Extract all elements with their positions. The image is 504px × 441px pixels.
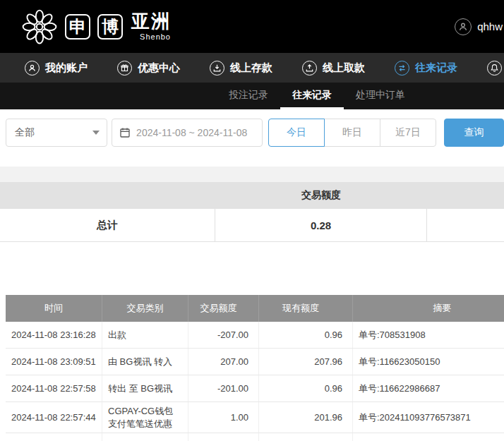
summary-header-row: 交易额度: [0, 182, 504, 209]
summary-empty-cell: [427, 209, 504, 241]
table-row: 2024-11-08 22:57:58转出 至 BG视讯-201.000.96单…: [6, 375, 504, 402]
table-cell: 2024-11-08 22:57:44: [6, 433, 102, 441]
nav-label: 我的账户: [45, 61, 88, 75]
last-7-days-button[interactable]: 近7日: [380, 119, 436, 147]
table-cell: -207.00: [188, 322, 259, 348]
table-cell: 出款: [102, 322, 188, 348]
table-cell: 2024-11-08 22:57:44: [6, 402, 102, 433]
user-avatar-icon: [455, 18, 472, 35]
gift-icon: [117, 61, 132, 75]
date-range-text: 2024-11-08 ~ 2024-11-08: [136, 127, 247, 138]
table-row: 2024-11-08 22:57:44CGPAY-CG钱包支付笔笔送优惠1.00…: [6, 402, 504, 433]
search-button[interactable]: 查询: [444, 119, 504, 147]
table-row: 2024-11-08 23:16:28出款-207.000.96单号:70853…: [6, 322, 504, 349]
table-cell: 2024-11-08 22:57:58: [6, 375, 102, 401]
nav-item-transaction-records[interactable]: 往来记录: [380, 53, 472, 83]
table-cell: 200.00: [188, 433, 259, 441]
brand-logo[interactable]: 申 博 亚洲 Shenbo: [21, 8, 171, 45]
table-row: 2024-11-08 22:57:44CGPAY支付200.00200.96单号…: [6, 433, 504, 441]
withdraw-icon: [302, 61, 317, 75]
user-account-area[interactable]: qhhw: [455, 0, 504, 53]
nav-label: 线上取款: [323, 61, 365, 75]
today-button[interactable]: 今日: [268, 119, 325, 147]
table-cell: 2024-11-08 23:09:51: [6, 349, 102, 375]
table-cell: CGPAY支付: [102, 433, 188, 441]
table-cell: 207.96: [259, 349, 353, 375]
nav-label: 线上存款: [230, 61, 272, 75]
table-cell: 单号:116622986687: [353, 375, 504, 401]
records-table-header: 时间 交易类别 交易额度 现有额度 摘要: [6, 295, 504, 322]
username-text: qhhw: [477, 20, 503, 32]
summary-total-value: 0.28: [215, 209, 427, 241]
records-table: 时间 交易类别 交易额度 现有额度 摘要 2024-11-08 23:16:28…: [6, 295, 504, 441]
nav-label: 往来记录: [415, 61, 457, 75]
nav-item-my-account[interactable]: 我的账户: [10, 53, 102, 83]
table-cell: 200.96: [259, 433, 353, 441]
brand-subtitle: Shenbo: [140, 32, 171, 41]
summary-total-row: 总计 0.28: [0, 209, 504, 242]
brand-region-text: 亚洲: [131, 12, 171, 30]
date-range-picker[interactable]: 2024-11-08 ~ 2024-11-08: [112, 119, 263, 147]
nav-item-withdraw[interactable]: 线上取款: [287, 53, 380, 83]
table-cell: CGPAY-CG钱包支付笔笔送优惠: [102, 402, 188, 433]
deposit-icon: [210, 61, 224, 75]
column-header-summary: 摘要: [353, 295, 504, 322]
tab-betting-records[interactable]: 投注记录: [217, 83, 280, 109]
table-cell: 单号:708531908: [353, 322, 504, 348]
table-cell: 201.96: [259, 402, 353, 433]
main-navigation: 我的账户 优惠中心 线上存款 线上取款: [0, 53, 504, 83]
bell-icon: [487, 61, 502, 75]
nav-item-messages[interactable]: 信: [472, 53, 504, 83]
table-cell: 由 BG视讯 转入: [102, 349, 188, 375]
column-header-type: 交易类别: [102, 295, 188, 322]
flower-logo-icon: [21, 8, 58, 45]
summary-table: 交易额度 总计 0.28: [0, 182, 504, 242]
summary-header-label: 交易额度: [215, 189, 427, 202]
table-cell: 207.00: [188, 349, 259, 375]
table-cell: 单号:202411093776573871: [353, 433, 504, 441]
chevron-down-icon: [92, 131, 100, 135]
summary-total-label: 总计: [0, 209, 215, 241]
column-header-amount: 交易额度: [188, 295, 259, 322]
column-header-time: 时间: [6, 295, 102, 322]
table-cell: 1.00: [188, 402, 259, 433]
tab-transaction-records[interactable]: 往来记录: [280, 83, 344, 109]
nav-item-promotions[interactable]: 优惠中心: [102, 53, 195, 83]
category-select-value: 全部: [15, 126, 35, 139]
section-divider: [0, 167, 504, 182]
table-cell: 0.96: [259, 375, 353, 401]
table-cell: 转出 至 BG视讯: [102, 375, 188, 401]
brand-region-block: 亚洲 Shenbo: [131, 12, 171, 41]
calendar-icon: [119, 127, 131, 138]
table-cell: 2024-11-08 23:16:28: [6, 322, 102, 348]
brand-char-box-1: 申: [65, 14, 90, 40]
quick-date-buttons: 今日 昨日 近7日: [268, 119, 436, 147]
table-cell: 单号:202411093776573871: [353, 402, 504, 433]
records-icon: [395, 61, 409, 75]
nav-item-deposit[interactable]: 线上存款: [195, 53, 287, 83]
column-header-balance: 现有额度: [259, 295, 353, 322]
nav-label: 优惠中心: [138, 61, 180, 75]
filter-bar: 全部 2024-11-08 ~ 2024-11-08 今日 昨日 近7日 查询: [0, 109, 504, 156]
table-cell: 0.96: [259, 322, 353, 348]
top-header: 申 博 亚洲 Shenbo qhhw: [0, 0, 504, 53]
tab-processing-orders[interactable]: 处理中订单: [344, 83, 417, 109]
table-row: 2024-11-08 23:09:51由 BG视讯 转入207.00207.96…: [6, 349, 504, 375]
records-table-body: 2024-11-08 23:16:28出款-207.000.96单号:70853…: [6, 322, 504, 441]
records-subnav: 投注记录 往来记录 处理中订单: [0, 83, 504, 109]
category-select[interactable]: 全部: [6, 119, 107, 147]
table-cell: -201.00: [188, 375, 259, 401]
table-cell: 单号:116623050150: [353, 349, 504, 375]
brand-char-box-2: 博: [97, 14, 123, 40]
user-icon: [25, 61, 40, 75]
yesterday-button[interactable]: 昨日: [324, 119, 380, 147]
